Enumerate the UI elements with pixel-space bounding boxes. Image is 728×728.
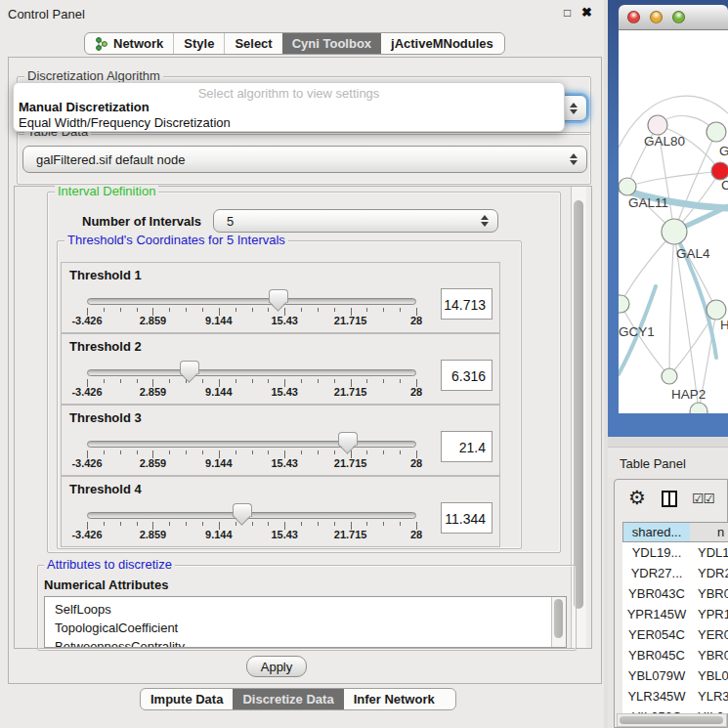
threshold-value-field[interactable]: 11.344 [441,502,492,534]
table-row[interactable]: YBL079WYBL0 [622,665,728,686]
cell-name[interactable]: YBR0 [691,645,728,665]
node-top-right[interactable] [707,122,726,142]
network-window-titlebar[interactable] [619,5,728,30]
cell-shared-name[interactable]: YPR145W [622,604,691,624]
close-traffic-light[interactable] [627,11,640,23]
threshold-value-field[interactable]: 6.316 [441,360,492,391]
cell-shared-name[interactable]: YIL052C [622,707,691,713]
combo-arrows-icon [476,215,493,227]
table-row[interactable]: YPR145WYPR1 [622,604,728,624]
tick-mark [318,308,319,312]
checkbox-icons[interactable]: ☑☑ [692,491,714,506]
table-horizontal-scrollbar[interactable] [617,713,727,727]
threshold-value-field[interactable]: 21.4 [441,431,492,462]
network-edge[interactable] [669,232,674,376]
tick-label: 9.144 [205,386,233,398]
minimize-traffic-light[interactable] [650,11,663,23]
numerical-attributes-list[interactable]: SelfLoopsTopologicalCoefficientBetweenne… [44,596,567,648]
network-view-canvas[interactable]: GAL80GACGAL11GAL4GCY1HHAP2 [619,30,728,413]
threshold-value-field[interactable]: 14.713 [441,288,492,320]
network-edge[interactable] [627,171,720,187]
slider-thumb[interactable] [269,289,288,303]
popup-option-equal-width[interactable]: Equal Width/Frequency Discretization [19,115,231,130]
cell-name[interactable]: YLR3 [691,686,728,707]
network-window-frame: GAL80GACGAL11GAL4GCY1HHAP2 [608,0,728,437]
gear-icon[interactable]: ⚙ [628,488,646,507]
column-header-shared-name[interactable]: shared... [622,522,691,542]
slider-track[interactable] [87,369,416,376]
popup-option-manual-discretization[interactable]: Manual Discretization [19,100,150,114]
tab-label: Impute Data [150,692,223,707]
table-data-combo[interactable]: galFiltered.sif default node [22,146,587,173]
cell-name[interactable]: YIL0 [691,707,728,713]
cell-shared-name[interactable]: YER054C [622,624,691,645]
cell-name[interactable]: YDR2 [691,563,728,583]
slider-track[interactable] [87,298,416,305]
node-gal11[interactable] [619,178,636,195]
tab-infer-network[interactable]: Infer Network [344,689,445,709]
slider-thumb[interactable] [338,432,358,446]
float-icon[interactable]: □ [564,6,571,20]
table-row[interactable]: YLR345WYLR3 [622,686,728,707]
cell-name[interactable]: YPR1 [691,604,728,624]
numerical-attributes-label: Numerical Attributes [44,578,168,592]
node-hap2[interactable] [662,368,677,384]
columns-icon[interactable] [662,491,677,507]
node-table[interactable]: YDL19...YDL1YDR27...YDR2YBR043CYBR0YPR14… [622,542,728,713]
slider-thumb[interactable] [233,503,252,517]
node-gcy1[interactable] [619,295,629,313]
cell-shared-name[interactable]: YLR345W [622,686,691,707]
slider-track[interactable] [87,441,416,448]
tick-mark [186,308,187,312]
tick-label: 15.43 [271,315,298,326]
table-row[interactable]: YER054CYER0 [622,624,728,645]
close-icon[interactable]: ✖ [581,5,592,20]
cell-name[interactable]: YBL0 [691,665,728,686]
node-gal4[interactable] [662,219,687,244]
tab-style[interactable]: Style [173,33,224,54]
tab-network[interactable]: Network [85,33,173,54]
scrollbar-thumb[interactable] [554,599,563,638]
tab-jactivemnodules[interactable]: jActiveMNodules [381,33,503,54]
tab-discretize-data[interactable]: Discretize Data [233,689,343,709]
zoom-traffic-light[interactable] [672,11,685,23]
threshold-label: Threshold 1 [69,268,142,282]
cell-name[interactable]: YDL1 [691,542,728,563]
cell-shared-name[interactable]: YDL19... [622,542,691,563]
scrollbar-thumb[interactable] [574,200,583,609]
tab-cyni-toolbox[interactable]: Cyni Toolbox [282,33,381,54]
cell-shared-name[interactable]: YBR045C [622,645,691,665]
attribute-list-item[interactable]: TopologicalCoefficient [45,619,566,637]
table-row[interactable]: YBR043CYBR0 [622,583,728,604]
tick-label: 28 [410,315,422,326]
table-row[interactable]: YIL052CYIL0 [622,707,728,713]
tick-label: 21.715 [334,529,367,540]
node-bottom[interactable] [690,403,707,413]
attribute-list-item[interactable]: BetweennessCentrality [45,637,566,648]
node-h[interactable] [707,300,726,320]
slider-thumb[interactable] [180,361,199,374]
cell-name[interactable]: YBR0 [691,583,728,604]
num-intervals-combo[interactable]: 5 [213,209,498,233]
apply-button[interactable]: Apply [246,656,307,677]
table-row[interactable]: YBR045CYBR0 [622,645,728,665]
cell-shared-name[interactable]: YDR27... [622,563,691,583]
table-row[interactable]: YDR27...YDR2 [622,563,728,583]
attributes-list-scrollbar[interactable] [551,597,566,647]
attribute-list-item[interactable]: SelfLoops [45,600,566,619]
tick-mark [366,379,367,383]
table-row[interactable]: YDL19...YDL1 [622,542,728,563]
tab-select[interactable]: Select [224,33,281,54]
node-gal80[interactable] [648,115,667,135]
cell-name[interactable]: YER0 [691,624,728,645]
panel-divider[interactable] [608,437,728,447]
cell-shared-name[interactable]: YBL079W [622,665,691,686]
scrollbar-thumb[interactable] [620,716,723,724]
network-edge[interactable] [621,232,674,304]
node-label: GAL80 [644,134,685,149]
column-header-name[interactable]: n [690,522,728,542]
tab-impute-data[interactable]: Impute Data [141,689,233,709]
tab-label: Infer Network [354,692,435,707]
cell-shared-name[interactable]: YBR043C [622,583,691,604]
tick-label: 9.144 [205,457,233,469]
